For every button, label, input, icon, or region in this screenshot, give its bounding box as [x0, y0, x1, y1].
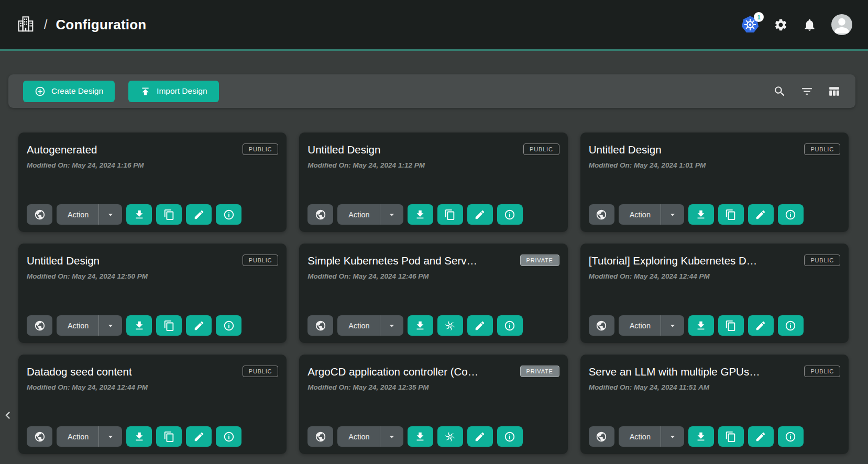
visibility-globe-button[interactable] — [27, 315, 52, 336]
create-design-button[interactable]: Create Design — [23, 81, 115, 102]
download-button[interactable] — [126, 426, 152, 447]
info-button[interactable] — [216, 426, 241, 447]
spiral-icon — [444, 431, 456, 443]
action-split-button[interactable]: Action — [337, 204, 403, 225]
action-button-label: Action — [619, 433, 661, 441]
visibility-globe-button[interactable] — [27, 204, 52, 225]
download-button[interactable] — [408, 426, 433, 447]
design-spiral-button[interactable] — [437, 426, 463, 447]
action-split-button[interactable]: Action — [337, 315, 403, 336]
collapse-drawer-button[interactable] — [1, 406, 16, 425]
action-dropdown-toggle[interactable] — [380, 321, 403, 331]
bell-icon[interactable] — [803, 18, 817, 32]
design-spiral-button[interactable] — [437, 315, 463, 336]
copy-button[interactable] — [156, 426, 182, 447]
modified-on: Modified On: May 24, 2024 11:51 AM — [589, 383, 840, 391]
edit-pencil-icon — [193, 320, 205, 332]
edit-button[interactable] — [748, 426, 774, 447]
action-button-label: Action — [619, 211, 661, 219]
download-button[interactable] — [688, 315, 714, 336]
info-button[interactable] — [497, 426, 523, 447]
modified-on: Modified On: May 24, 2024 1:12 PM — [307, 161, 559, 169]
action-split-button[interactable]: Action — [337, 426, 403, 447]
action-split-button[interactable]: Action — [619, 204, 684, 225]
copy-button[interactable] — [156, 315, 182, 336]
copy-button[interactable] — [718, 315, 744, 336]
kubernetes-context-button[interactable]: 1 — [741, 16, 759, 34]
edit-button[interactable] — [467, 426, 493, 447]
action-dropdown-toggle[interactable] — [99, 432, 122, 442]
info-button[interactable] — [778, 204, 804, 225]
visibility-globe-button[interactable] — [307, 204, 333, 225]
info-button[interactable] — [497, 204, 523, 225]
visibility-globe-button[interactable] — [589, 315, 614, 336]
action-split-button[interactable]: Action — [57, 204, 122, 225]
download-button[interactable] — [688, 426, 714, 447]
globe-icon — [34, 320, 46, 332]
edit-button[interactable] — [467, 315, 493, 336]
edit-pencil-icon — [193, 431, 205, 443]
edit-button[interactable] — [186, 426, 212, 447]
download-button[interactable] — [408, 315, 433, 336]
filter-icon[interactable] — [800, 85, 814, 98]
card-header: Simple Kubernetes Pod and Serv… PRIVATE — [307, 252, 559, 267]
download-icon — [695, 431, 707, 443]
visibility-badge: PUBLIC — [804, 255, 840, 266]
action-split-button[interactable]: Action — [619, 426, 684, 447]
edit-button[interactable] — [186, 204, 212, 225]
download-icon — [414, 431, 426, 443]
search-icon[interactable] — [773, 85, 786, 98]
avatar[interactable] — [831, 14, 852, 35]
action-split-button[interactable]: Action — [57, 426, 122, 447]
action-split-button[interactable]: Action — [57, 315, 122, 336]
action-dropdown-toggle[interactable] — [99, 209, 122, 220]
copy-button[interactable] — [718, 426, 744, 447]
action-split-button[interactable]: Action — [619, 315, 684, 336]
action-dropdown-toggle[interactable] — [661, 321, 684, 331]
copy-button[interactable] — [718, 204, 744, 225]
info-button[interactable] — [216, 315, 241, 336]
action-button-label: Action — [337, 322, 379, 330]
action-dropdown-toggle[interactable] — [380, 209, 403, 220]
info-button[interactable] — [216, 204, 241, 225]
info-button[interactable] — [778, 426, 804, 447]
edit-button[interactable] — [748, 315, 774, 336]
info-icon — [504, 320, 515, 332]
create-design-label: Create Design — [51, 86, 103, 96]
toolbar-view-controls — [773, 85, 841, 98]
design-card: [Tutorial] Exploring Kubernetes D… PUBLI… — [580, 244, 849, 343]
app-header: / Configuration 1 — [0, 0, 868, 51]
edit-button[interactable] — [748, 204, 774, 225]
visibility-globe-button[interactable] — [307, 315, 333, 336]
person-icon — [831, 14, 852, 35]
visibility-globe-button[interactable] — [589, 204, 614, 225]
edit-button[interactable] — [467, 204, 493, 225]
design-card: ArgoCD application controller (Co… PRIVA… — [299, 355, 567, 454]
card-actions: Action — [589, 315, 840, 336]
edit-pencil-icon — [474, 209, 486, 220]
action-dropdown-toggle[interactable] — [661, 432, 684, 442]
copy-button[interactable] — [437, 204, 463, 225]
copy-button[interactable] — [156, 204, 182, 225]
edit-button[interactable] — [186, 315, 212, 336]
download-button[interactable] — [126, 204, 152, 225]
card-header: Autogenerated PUBLIC — [27, 141, 278, 156]
gear-icon[interactable] — [774, 18, 788, 32]
table-view-icon[interactable] — [828, 85, 841, 98]
action-dropdown-toggle[interactable] — [661, 209, 684, 220]
action-dropdown-toggle[interactable] — [99, 321, 122, 331]
download-button[interactable] — [408, 204, 433, 225]
download-button[interactable] — [688, 204, 714, 225]
design-card: Simple Kubernetes Pod and Serv… PRIVATE … — [299, 244, 567, 343]
info-button[interactable] — [778, 315, 804, 336]
copy-icon — [163, 209, 175, 220]
visibility-globe-button[interactable] — [589, 426, 614, 447]
action-dropdown-toggle[interactable] — [380, 432, 403, 442]
globe-icon — [34, 209, 46, 220]
action-divider — [98, 315, 99, 336]
info-button[interactable] — [497, 315, 523, 336]
visibility-globe-button[interactable] — [307, 426, 333, 447]
visibility-globe-button[interactable] — [27, 426, 52, 447]
import-design-button[interactable]: Import Design — [128, 81, 218, 102]
download-button[interactable] — [126, 315, 152, 336]
